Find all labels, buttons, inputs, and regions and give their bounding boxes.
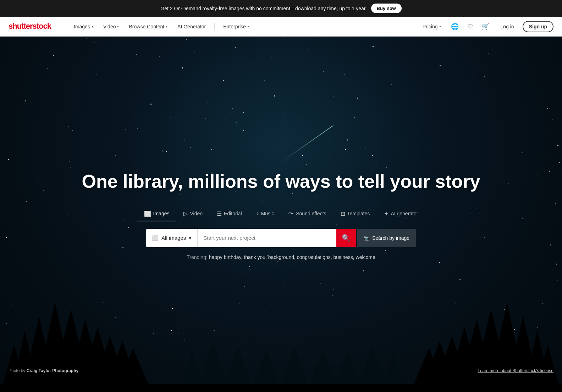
star-decoration: [182, 67, 183, 68]
star-decoration: [271, 57, 272, 57]
nav-item-ai-generator[interactable]: AI Generator: [173, 21, 210, 32]
star-decoration: [485, 292, 485, 293]
login-button[interactable]: Log in: [495, 21, 520, 32]
star-decoration: [178, 333, 179, 334]
star-decoration: [150, 104, 151, 105]
star-decoration: [420, 46, 421, 47]
trending-item[interactable]: business: [334, 254, 353, 260]
nav-item-video[interactable]: Video ▾: [99, 21, 123, 32]
nav-links: Images ▾ Video ▾ Browse Content ▾ AI Gen…: [70, 21, 418, 32]
star-decoration: [417, 116, 417, 116]
star-decoration: [556, 67, 556, 68]
photo-credit: Photo by Craig Taylor Photography: [9, 368, 78, 373]
star-decoration: [559, 162, 560, 163]
star-decoration: [205, 118, 206, 118]
nav-item-browse-content[interactable]: Browse Content ▾: [125, 21, 172, 32]
star-decoration: [285, 113, 286, 114]
trending-item[interactable]: welcome: [356, 254, 375, 260]
trending-item[interactable]: background: [268, 254, 294, 260]
nav-item-images[interactable]: Images ▾: [70, 21, 98, 32]
star-decoration: [234, 50, 235, 50]
globe-icon: 🌐: [451, 23, 459, 31]
search-input[interactable]: [198, 229, 336, 247]
editorial-tab-icon: ☰: [217, 210, 222, 217]
pricing-item[interactable]: Pricing ▾: [418, 21, 445, 32]
star-decoration: [159, 56, 160, 57]
star-decoration: [284, 285, 285, 285]
tab-sound-effects[interactable]: 〜 Sound effects: [281, 206, 333, 222]
star-decoration: [293, 286, 293, 287]
nav-item-enterprise[interactable]: Enterprise ▾: [219, 21, 253, 32]
star-decoration: [243, 107, 243, 107]
announcement-text: Get 2 On-Demand royalty-free images with…: [160, 6, 367, 11]
star-decoration: [170, 117, 171, 117]
logo[interactable]: shutterstock: [9, 20, 58, 33]
star-decoration: [538, 327, 538, 328]
star-decoration: [145, 127, 145, 127]
star-decoration: [277, 261, 277, 262]
cart-button[interactable]: 🛒: [479, 20, 492, 33]
star-decoration: [490, 51, 491, 51]
star-decoration: [439, 262, 440, 263]
tab-ai-generator[interactable]: ✦ AI generator: [377, 207, 425, 221]
star-decoration: [243, 112, 243, 113]
ai-tab-icon: ✦: [384, 210, 389, 217]
star-decoration: [333, 96, 334, 96]
star-decoration: [477, 75, 478, 76]
search-type-label: All images: [161, 235, 186, 241]
heart-icon: ♡: [467, 23, 473, 31]
star-decoration: [386, 167, 387, 168]
star-decoration: [108, 307, 108, 307]
star-decoration: [133, 73, 134, 74]
star-decoration: [70, 167, 71, 167]
star-decoration: [274, 95, 275, 96]
star-decoration: [244, 286, 244, 286]
buy-now-button[interactable]: Buy now: [371, 4, 402, 13]
waveform-tab-icon: 〜: [288, 210, 294, 217]
star-decoration: [373, 46, 374, 47]
star-decoration: [51, 283, 51, 283]
tab-images[interactable]: ⬜ Images: [137, 207, 177, 221]
tab-video[interactable]: ▷ Video: [176, 207, 210, 221]
search-type-button[interactable]: ⬜ All images ▾: [146, 229, 198, 247]
trending-item[interactable]: congratulations: [297, 254, 331, 260]
star-decoration: [223, 80, 224, 81]
star-decoration: [376, 162, 376, 162]
tab-editorial[interactable]: ☰ Editorial: [210, 207, 249, 221]
star-decoration: [488, 53, 489, 54]
tab-templates[interactable]: ⊞ Templates: [334, 207, 377, 221]
star-decoration: [171, 333, 172, 333]
star-decoration: [235, 47, 236, 48]
globe-button[interactable]: 🌐: [448, 20, 462, 33]
star-decoration: [239, 303, 240, 304]
star-decoration: [186, 39, 187, 40]
star-decoration: [464, 166, 464, 167]
enterprise-chevron-icon: ▾: [247, 24, 249, 28]
templates-tab-icon: ⊞: [341, 210, 345, 217]
star-decoration: [31, 144, 31, 145]
star-decoration: [24, 54, 24, 54]
star-decoration: [308, 48, 309, 49]
favorites-button[interactable]: ♡: [464, 20, 476, 33]
star-decoration: [282, 341, 283, 342]
star-decoration: [357, 98, 358, 99]
signup-button[interactable]: Sign up: [523, 21, 553, 32]
license-anchor[interactable]: Learn more about Shutterstock's license: [478, 368, 553, 373]
star-decoration: [72, 130, 73, 131]
trending-item[interactable]: happy birthday: [209, 254, 241, 260]
star-decoration: [214, 330, 215, 331]
search-by-image-button[interactable]: 📷 Search by image: [357, 229, 416, 247]
hero-title: One library, millions of ways to tell yo…: [7, 171, 555, 192]
star-decoration: [211, 149, 212, 150]
tab-music[interactable]: ♪ Music: [249, 207, 281, 221]
trending-item[interactable]: thank you: [244, 254, 265, 260]
announcement-bar: Get 2 On-Demand royalty-free images with…: [0, 0, 562, 17]
image-tab-icon: ⬜: [144, 210, 151, 217]
star-decoration: [440, 65, 441, 66]
search-submit-button[interactable]: 🔍: [336, 229, 356, 247]
star-decoration: [162, 150, 163, 151]
star-decoration: [484, 293, 484, 293]
video-tab-icon: ▷: [183, 210, 188, 217]
star-decoration: [11, 304, 12, 304]
star-decoration: [190, 147, 190, 148]
